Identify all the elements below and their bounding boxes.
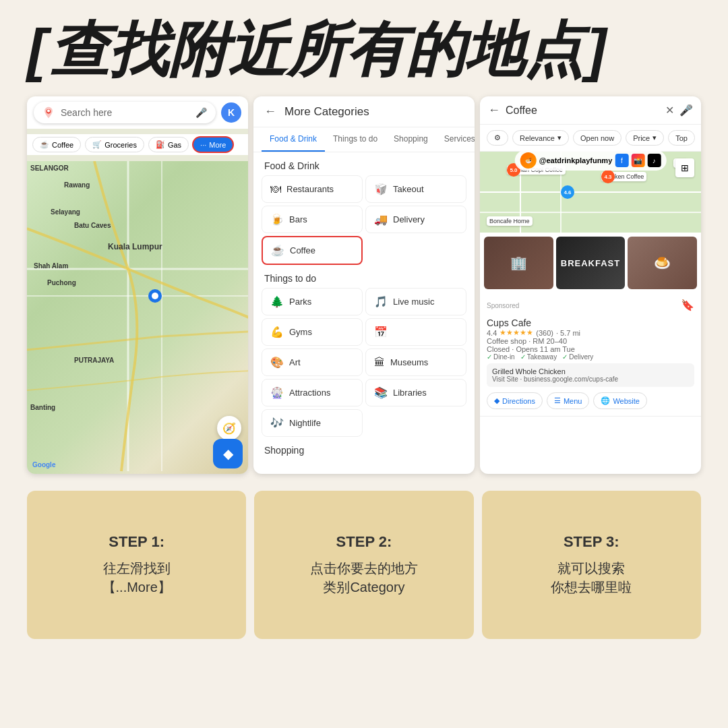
filter-relevance[interactable]: Relevance ▾ [512, 130, 569, 146]
category-takeout[interactable]: 🥡 Takeout [365, 175, 466, 203]
chevron-down-icon: ▾ [557, 133, 562, 142]
rating-count: (360) [536, 329, 553, 337]
category-tabs: Food & Drink Things to do Shopping Servi… [253, 127, 475, 152]
step-1-box: STEP 1: 往左滑找到【...More】 [27, 491, 246, 639]
menu-button[interactable]: ☰ Menu [547, 392, 590, 409]
navigation-button[interactable]: ◆ [213, 439, 243, 468]
category-gyms[interactable]: 💪 Gyms [262, 318, 363, 346]
banting-label: Banting [30, 404, 55, 411]
category-more[interactable]: ··· More [193, 137, 233, 152]
category-museums[interactable]: 🏛 Museums [365, 348, 466, 376]
results-header: ← Coffee ✕ 🎤 [480, 96, 701, 125]
cafe-photo-1: 🏢 [484, 237, 553, 289]
boncafe-bubble-container: Boncafe Home [487, 216, 533, 226]
bookmark-icon[interactable]: 🔖 [681, 299, 694, 311]
boncafe-bubble: Boncafe Home [487, 216, 533, 226]
nightlife-icon: 🎶 [270, 417, 284, 429]
search-term: Coffee [506, 104, 660, 117]
category-bars[interactable]: 🍺 Bars [262, 206, 363, 233]
mic-icon[interactable]: 🎤 [194, 106, 208, 119]
tab-things-to-do[interactable]: Things to do [325, 127, 386, 152]
gas-icon: ⛽ [156, 140, 165, 149]
category-groceries[interactable]: 🛒 Groceries [85, 137, 144, 152]
service-takeaway: ✓ Takeaway [520, 353, 557, 361]
filter-top[interactable]: Top [668, 130, 695, 146]
filter-options-icon[interactable]: ⚙ [487, 130, 508, 146]
libraries-icon: 📚 [374, 386, 388, 399]
category-delivery[interactable]: 🚚 Delivery [365, 206, 466, 233]
map-panel: Search here 🎤 K ☕ Coffee 🛒 Groceries ⛽ G… [27, 96, 248, 474]
tab-shopping[interactable]: Shopping [386, 127, 436, 152]
sliders-icon: ⚙ [494, 133, 501, 142]
bars-icon: 🍺 [270, 213, 284, 226]
screenshots-row: Search here 🎤 K ☕ Coffee 🛒 Groceries ⛽ G… [27, 96, 701, 474]
tab-food-drink[interactable]: Food & Drink [262, 127, 325, 152]
menu-icon: ☰ [554, 396, 561, 405]
cafe-services: ✓ Dine-in ✓ Takeaway ✓ Delivery [487, 353, 694, 361]
website-button[interactable]: 🌐 Website [593, 392, 647, 409]
results-back-icon[interactable]: ← [488, 103, 500, 117]
back-arrow-icon[interactable]: ← [264, 104, 276, 119]
clear-icon[interactable]: ✕ [665, 104, 674, 117]
service-dine-in: ✓ Dine-in [487, 353, 515, 361]
cafe-photo-3: 🍮 [628, 237, 697, 289]
category-art[interactable]: 🎨 Art [262, 348, 363, 376]
directions-icon: ◆ [494, 396, 499, 405]
watermark-handle: @eatdrinkplayfunmy [539, 156, 613, 164]
search-bar[interactable]: Search here 🎤 [34, 102, 216, 123]
food-drink-grid: 🍽 Restaurants 🥡 Takeout 🍺 Bars 🚚 Deliver… [253, 175, 475, 265]
step-3-number: STEP 3: [564, 533, 619, 551]
rating-value: 4.4 [487, 329, 497, 337]
page-title: 查找附近所有的地点 [50, 16, 584, 83]
filter-price[interactable]: Price ▾ [626, 130, 664, 146]
results-mic-icon[interactable]: 🎤 [679, 104, 693, 117]
google-logo: Google [32, 461, 55, 468]
category-coffee-item[interactable]: ☕ Coffee [262, 236, 363, 265]
takeout-icon: 🥡 [374, 183, 388, 195]
steps-row: STEP 1: 往左滑找到【...More】 STEP 2: 点击你要去的地方类… [27, 491, 701, 639]
category-events[interactable]: 📅 [365, 318, 466, 346]
cafe-photo-2: BREAKFAST [556, 237, 626, 289]
title-section: [ 查找附近所有的地点 ] [27, 20, 701, 80]
gym-icon: 💪 [270, 326, 284, 338]
category-parks[interactable]: 🌲 Parks [262, 288, 363, 315]
results-filters: ⚙ Relevance ▾ Open now Price ▾ Top [480, 125, 701, 152]
check-icon-2: ✓ [520, 353, 526, 361]
shopping-section-title: Shopping [253, 437, 475, 460]
results-search-bar: Coffee [506, 104, 660, 117]
food-photo: 🍮 [628, 237, 697, 289]
coffee-icon: ☕ [40, 140, 49, 149]
category-nightlife[interactable]: 🎶 Nightlife [262, 409, 363, 437]
filter-open-now[interactable]: Open now [573, 130, 621, 146]
putrajaya-label: PUTRAJAYA [74, 357, 114, 364]
puchong-label: Puchong [47, 279, 76, 286]
social-icons-group: f 📸 ♪ [615, 154, 661, 167]
directions-button[interactable]: ◆ Directions [487, 392, 543, 409]
food-drink-section-title: Food & Drink [253, 152, 475, 175]
compass-icon: 🧭 [222, 422, 236, 435]
rawang-label: Rawang [64, 181, 90, 189]
compass-button[interactable]: 🧭 [217, 416, 241, 440]
things-to-do-section-title: Things to do [253, 265, 475, 288]
promo-link[interactable]: Visit Site · business.google.com/cups-ca… [492, 375, 689, 383]
step-2-desc: 点击你要去的地方类别Category [310, 559, 418, 597]
category-live-music[interactable]: 🎵 Live music [365, 288, 466, 315]
batu-caves-label: Batu Caves [74, 222, 111, 229]
selangor-label: SELANGOR [30, 164, 69, 172]
cafe-status: Closed · Opens 11 am Tue [487, 345, 694, 353]
pin-blue-icon: 4.6 [561, 185, 574, 199]
category-coffee[interactable]: ☕ Coffee [32, 137, 81, 152]
category-gas[interactable]: ⛽ Gas [148, 137, 189, 152]
user-avatar[interactable]: K [221, 102, 241, 123]
cafe-action-buttons: ◆ Directions ☰ Menu 🌐 Website [487, 390, 694, 412]
tab-services[interactable]: Services [436, 127, 475, 152]
map-header: Search here 🎤 K [27, 96, 248, 129]
category-restaurants[interactable]: 🍽 Restaurants [262, 175, 363, 203]
category-libraries[interactable]: 📚 Libraries [365, 379, 466, 406]
map-layers-button[interactable]: ⊞ [675, 158, 694, 177]
step-3-desc: 就可以搜索你想去哪里啦 [551, 559, 632, 597]
category-attractions[interactable]: 🎡 Attractions [262, 379, 363, 406]
selayang-label: Selayang [51, 208, 80, 216]
svg-point-7 [152, 293, 158, 299]
instagram-icon: 📸 [631, 154, 644, 167]
